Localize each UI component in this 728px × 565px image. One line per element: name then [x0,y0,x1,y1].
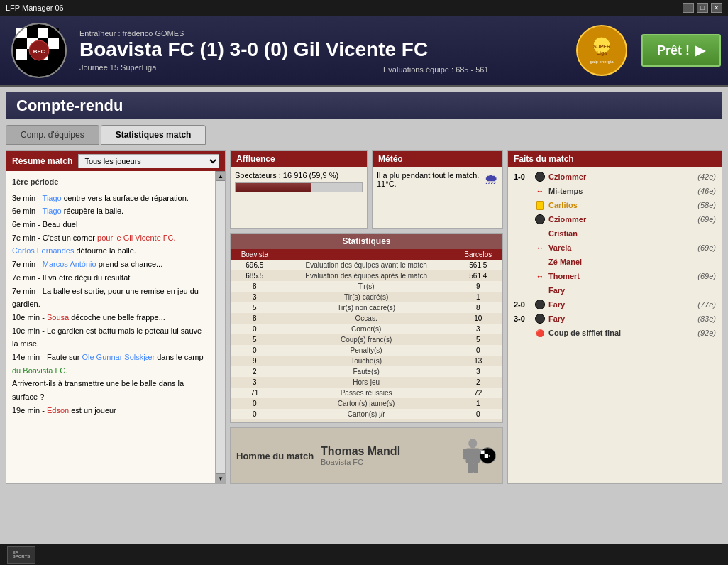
affluence-panel: Affluence Spectateurs : 16 916 (59,9 %) [230,150,368,229]
svg-rect-25 [468,463,473,473]
col-stat-header [279,249,454,260]
table-row: 0Corner(s)3 [231,324,502,334]
table-row: 685.5Evaluation des équipes après le mat… [231,270,502,281]
maximize-button[interactable]: □ [697,3,708,13]
scroll-down-button[interactable]: ▼ [216,473,225,483]
fait-time: (69e) [697,215,716,224]
resume-header: Résumé match Tous les joueurs [6,151,225,171]
scrollbar-right[interactable]: ▲ ▼ [215,171,225,483]
affluence-text: Spectateurs : 16 916 (59,9 %) [235,171,363,180]
main-content: Compte-rendu Comp. d'équipes Statistique… [0,87,728,544]
list-item: 10e min - Le gardien est battu mais le p… [12,324,209,351]
list-item: 7e min - La balle est sortie, pour une r… [12,285,209,311]
svg-text:BFC: BFC [33,48,45,55]
svg-rect-22 [466,449,480,463]
minimize-button[interactable]: _ [683,3,694,13]
affluence-content: Spectateurs : 16 916 (59,9 %) [231,167,367,197]
title-bar: LFP Manager 06 _ □ ✕ [0,0,728,16]
svg-rect-2 [27,28,38,38]
list-item: 3e min - Tiago centre vers la surface de… [12,192,209,205]
resume-scroll[interactable]: 1ère période 3e min - Tiago centre vers … [6,171,215,483]
svg-rect-26 [473,463,478,473]
table-row: 8Tir(s)9 [231,281,502,292]
stats-header: Statistiques [231,234,502,249]
table-row: 0Penalty(s)0 [231,345,502,356]
list-item: Zé Manel [511,255,719,269]
fait-time: (42e) [697,172,716,181]
fait-player: Coup de sifflet final [548,329,695,337]
header-right: SUPER Liga galp energia Prêt ! ▶ [574,22,721,79]
table-row: 8Occas.10 [231,313,502,324]
fait-time: (69e) [697,272,716,280]
substitution-icon: ↔ [536,243,544,252]
substitution-icon: ↔ [536,272,544,280]
list-item: ↔ Mi-temps (46e) [511,184,719,198]
fait-icon: ↔ [534,270,546,282]
fait-time: (58e) [697,201,716,209]
stats-table: Boavista Barcelos 696.5Evaluation des éq… [231,249,502,423]
window-controls[interactable]: _ □ ✕ [683,3,722,13]
svg-point-21 [468,439,477,449]
table-row: 3Hors-jeu2 [231,377,502,388]
meteo-header: Météo [373,151,502,167]
middle-panel: Affluence Spectateurs : 16 916 (59,9 %) … [230,150,503,484]
list-item: 7e min - Il va être déçu du résultat [12,271,209,285]
list-item: 3-0 Fary (83e) [511,312,719,326]
fait-player: Fary [548,314,695,323]
table-row: 696.5Evaluation des équipes avant le mat… [231,260,502,270]
top-row: Affluence Spectateurs : 16 916 (59,9 %) … [230,150,503,229]
list-item: 19e min - Edson est un joueur [12,404,209,417]
table-row: 0Carton(s) rouge(s)0 [231,419,502,423]
list-item: 14e min - Faute sur Ole Gunnar Solskjær … [12,351,209,377]
svg-text:BFC: BFC [485,455,490,458]
tab-bar[interactable]: Comp. d'équipes Statistiques match [6,125,722,145]
resume-filter-select[interactable]: Tous les joueurs [78,154,219,168]
tab-comp-equipes[interactable]: Comp. d'équipes [6,125,99,145]
svg-rect-23 [463,449,467,459]
fait-time: (92e) [697,329,716,337]
list-item: Fary [511,283,719,297]
list-item: Cristian [511,226,719,241]
scroll-up-button[interactable]: ▲ [216,171,225,181]
fait-player: Mi-temps [548,187,695,195]
fait-time: (69e) [697,243,716,252]
fait-time: (46e) [697,187,716,195]
fait-icon: 🔴 [534,327,546,339]
homme-player-name: Thomas Mandl [321,445,447,458]
svg-rect-29 [485,451,488,454]
ball-icon [535,314,545,324]
list-item: 6e min - Beau duel [12,218,209,231]
stats-panel[interactable]: Statistiques Boavista Barcelos 696.5Eval… [230,233,503,423]
whistle-icon: 🔴 [536,329,544,337]
page-title: Compte-rendu [6,92,722,119]
faits-content: 1-0 Cziommer (42e) ↔ Mi-temps (46e) Carl… [508,167,722,343]
fait-player: Cziommer [548,172,695,181]
close-button[interactable]: ✕ [711,3,722,13]
homme-header: Homme du match [236,451,314,461]
match-header: BFC Entraîneur : frédérico GOMES Boavist… [0,16,728,87]
list-item: Arriveront-ils à transmettre une belle b… [12,377,209,403]
fait-icon [534,171,546,182]
meteo-content: Il a plu pendant tout le match. 11°C. 🌧 [373,167,502,192]
homme-player: Thomas Mandl Boavista FC [321,445,447,466]
homme-du-match-panel: Homme du match Thomas Mandl Boavista FC [230,427,503,484]
ea-sports-logo: EASPORTS [7,546,35,564]
affluence-header: Affluence [231,151,367,167]
list-item: Cziommer (69e) [511,212,719,226]
ball-icon [535,214,545,224]
tab-statistiques-match[interactable]: Statistiques match [101,125,206,145]
super-liga-badge: SUPER Liga galp energia [574,22,631,79]
table-row: 5Coup(s) franc(s)5 [231,334,502,345]
fait-icon [534,228,546,239]
content-row: Résumé match Tous les joueurs 1ère pério… [6,150,722,484]
period-1-label: 1ère période [12,175,209,189]
list-item: Carlos Fernandes détourne la balle. [12,244,209,258]
fait-icon: ↔ [534,242,546,253]
pret-button[interactable]: Prêt ! ▶ [641,34,721,67]
table-row: 71Passes réussies72 [231,388,502,398]
yellow-card-icon [536,201,544,210]
fait-icon [534,299,546,310]
fait-score: 3-0 [514,314,531,323]
resume-content: 1ère période 3e min - Tiago centre vers … [6,171,225,483]
svg-rect-8 [48,38,59,49]
